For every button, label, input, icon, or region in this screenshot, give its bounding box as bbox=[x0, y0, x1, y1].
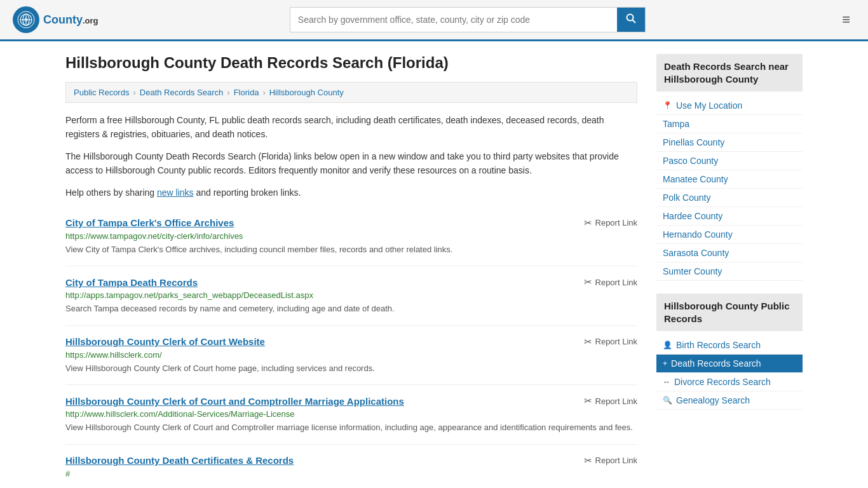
nearby-header: Death Records Search near Hillsborough C… bbox=[656, 54, 803, 92]
link-url-3[interactable]: http://www.hillsclerk.com/Additional-Ser… bbox=[65, 409, 637, 419]
nearby-link-2[interactable]: Pinellas County bbox=[663, 137, 724, 147]
link-item: City of Tampa Clerk's Office Archives ✂ … bbox=[65, 207, 637, 267]
public-record-item-0[interactable]: 👤 Birth Records Search bbox=[656, 336, 803, 355]
report-label-3: Report Link bbox=[595, 396, 637, 406]
link-desc-1: Search Tampa deceased records by name an… bbox=[65, 302, 637, 315]
svg-line-7 bbox=[632, 20, 635, 24]
link-title-3[interactable]: Hillsborough County Clerk of Court and C… bbox=[65, 396, 404, 407]
nearby-link-4[interactable]: Manatee County bbox=[663, 174, 728, 184]
link-title-4[interactable]: Hillsborough County Death Certificates &… bbox=[65, 455, 294, 466]
link-url-4[interactable]: # bbox=[65, 469, 637, 478]
search-input[interactable] bbox=[290, 10, 617, 30]
report-link-0[interactable]: ✂ Report Link bbox=[584, 217, 637, 229]
sidebar: Death Records Search near Hillsborough C… bbox=[656, 54, 803, 488]
search-bar bbox=[290, 7, 646, 32]
nearby-item-7[interactable]: Hernando County bbox=[656, 226, 803, 244]
logo-icon bbox=[13, 6, 39, 33]
breadcrumb-public-records[interactable]: Public Records bbox=[74, 88, 129, 97]
link-item-header-1: City of Tampa Death Records ✂ Report Lin… bbox=[65, 276, 637, 288]
link-item: City of Tampa Death Records ✂ Report Lin… bbox=[65, 266, 637, 326]
pr-icon-2: ↔ bbox=[663, 377, 670, 386]
public-records-section: Hillsborough County Public Records 👤 Bir… bbox=[656, 294, 803, 410]
pr-icon-1: + bbox=[663, 359, 667, 368]
nearby-item-4[interactable]: Manatee County bbox=[656, 170, 803, 189]
logo-text: County.org bbox=[43, 13, 98, 27]
report-icon-4: ✂ bbox=[584, 455, 592, 466]
nearby-items-list: 📍 Use My Location Tampa Pinellas County … bbox=[656, 97, 803, 281]
breadcrumb: Public Records › Death Records Search › … bbox=[65, 82, 637, 103]
nearby-item-5[interactable]: Polk County bbox=[656, 189, 803, 207]
breadcrumb-florida[interactable]: Florida bbox=[234, 88, 259, 97]
svg-point-5 bbox=[24, 18, 28, 22]
description-3: Help others by sharing new links and rep… bbox=[65, 186, 637, 200]
link-url-1[interactable]: http://apps.tampagov.net/parks_search_we… bbox=[65, 290, 637, 300]
report-link-3[interactable]: ✂ Report Link bbox=[584, 395, 637, 407]
public-record-item-3[interactable]: 🔍 Genealogy Search bbox=[656, 391, 803, 410]
link-title-1[interactable]: City of Tampa Death Records bbox=[65, 277, 198, 288]
nearby-link-0[interactable]: Use My Location bbox=[676, 100, 742, 111]
link-desc-0: View City of Tampa Clerk's Office archiv… bbox=[65, 243, 637, 256]
nearby-link-1[interactable]: Tampa bbox=[663, 119, 689, 129]
pr-link-1[interactable]: Death Records Search bbox=[671, 358, 761, 369]
search-button[interactable] bbox=[617, 8, 645, 32]
link-url-2[interactable]: https://www.hillsclerk.com/ bbox=[65, 350, 637, 360]
new-links-link[interactable]: new links bbox=[157, 187, 194, 198]
report-icon-3: ✂ bbox=[584, 395, 592, 407]
nearby-item-0[interactable]: 📍 Use My Location bbox=[656, 97, 803, 115]
link-item: Hillsborough County Clerk of Court and C… bbox=[65, 385, 637, 445]
nearby-item-3[interactable]: Pasco County bbox=[656, 152, 803, 170]
nearby-link-8[interactable]: Sarasota County bbox=[663, 248, 729, 258]
nearby-item-6[interactable]: Hardee County bbox=[656, 207, 803, 226]
link-desc-3: View Hillsborough County Clerk of Court … bbox=[65, 421, 637, 434]
pr-link-2[interactable]: Divorce Records Search bbox=[674, 377, 771, 387]
link-item-header-2: Hillsborough County Clerk of Court Websi… bbox=[65, 336, 637, 348]
nearby-link-6[interactable]: Hardee County bbox=[663, 211, 722, 221]
link-url-0[interactable]: https://www.tampagov.net/city-clerk/info… bbox=[65, 231, 637, 241]
links-list: City of Tampa Clerk's Office Archives ✂ … bbox=[65, 207, 637, 488]
main-layout: Hillsborough County Death Records Search… bbox=[53, 41, 815, 488]
nearby-item-8[interactable]: Sarasota County bbox=[656, 244, 803, 262]
link-item-header-3: Hillsborough County Clerk of Court and C… bbox=[65, 395, 637, 407]
report-label-2: Report Link bbox=[595, 337, 637, 346]
menu-icon[interactable]: ≡ bbox=[837, 9, 855, 30]
content-area: Hillsborough County Death Records Search… bbox=[65, 54, 637, 488]
public-record-item-1[interactable]: + Death Records Search bbox=[656, 355, 803, 373]
pr-link-3[interactable]: Genealogy Search bbox=[676, 395, 750, 405]
report-label-0: Report Link bbox=[595, 218, 637, 227]
breadcrumb-sep-3: › bbox=[262, 88, 265, 97]
pr-icon-3: 🔍 bbox=[663, 396, 672, 405]
nearby-link-7[interactable]: Hernando County bbox=[663, 229, 733, 240]
page-title: Hillsborough County Death Records Search… bbox=[65, 54, 637, 72]
pr-icon-0: 👤 bbox=[663, 341, 672, 349]
site-header: County.org ≡ bbox=[0, 0, 868, 41]
nearby-icon-0: 📍 bbox=[663, 101, 672, 110]
public-records-items-list: 👤 Birth Records Search + Death Records S… bbox=[656, 336, 803, 410]
nearby-link-9[interactable]: Sumter County bbox=[663, 266, 722, 276]
breadcrumb-sep-1: › bbox=[133, 88, 135, 97]
logo-area[interactable]: County.org bbox=[13, 6, 98, 33]
nearby-item-2[interactable]: Pinellas County bbox=[656, 133, 803, 152]
breadcrumb-hillsborough[interactable]: Hillsborough County bbox=[269, 88, 344, 97]
nearby-link-3[interactable]: Pasco County bbox=[663, 156, 718, 166]
link-desc-2: View Hillsborough County Clerk of Court … bbox=[65, 362, 637, 375]
link-title-0[interactable]: City of Tampa Clerk's Office Archives bbox=[65, 217, 234, 228]
link-item-header-0: City of Tampa Clerk's Office Archives ✂ … bbox=[65, 217, 637, 229]
link-item: Hillsborough County Clerk of Court Websi… bbox=[65, 326, 637, 386]
report-link-1[interactable]: ✂ Report Link bbox=[584, 276, 637, 288]
report-icon-0: ✂ bbox=[584, 217, 592, 229]
description-1: Perform a free Hillsborough County, FL p… bbox=[65, 113, 637, 142]
report-label-4: Report Link bbox=[595, 456, 637, 465]
public-record-item-2[interactable]: ↔ Divorce Records Search bbox=[656, 373, 803, 391]
report-link-4[interactable]: ✂ Report Link bbox=[584, 455, 637, 466]
report-link-2[interactable]: ✂ Report Link bbox=[584, 336, 637, 348]
link-title-2[interactable]: Hillsborough County Clerk of Court Websi… bbox=[65, 336, 265, 347]
link-item: Hillsborough County Death Certificates &… bbox=[65, 445, 637, 488]
nearby-item-9[interactable]: Sumter County bbox=[656, 262, 803, 281]
breadcrumb-death-records[interactable]: Death Records Search bbox=[140, 88, 224, 97]
link-item-header-4: Hillsborough County Death Certificates &… bbox=[65, 455, 637, 466]
nearby-link-5[interactable]: Polk County bbox=[663, 193, 710, 203]
nearby-item-1[interactable]: Tampa bbox=[656, 115, 803, 133]
nearby-section: Death Records Search near Hillsborough C… bbox=[656, 54, 803, 281]
pr-link-0[interactable]: Birth Records Search bbox=[676, 340, 761, 350]
report-icon-2: ✂ bbox=[584, 336, 592, 348]
